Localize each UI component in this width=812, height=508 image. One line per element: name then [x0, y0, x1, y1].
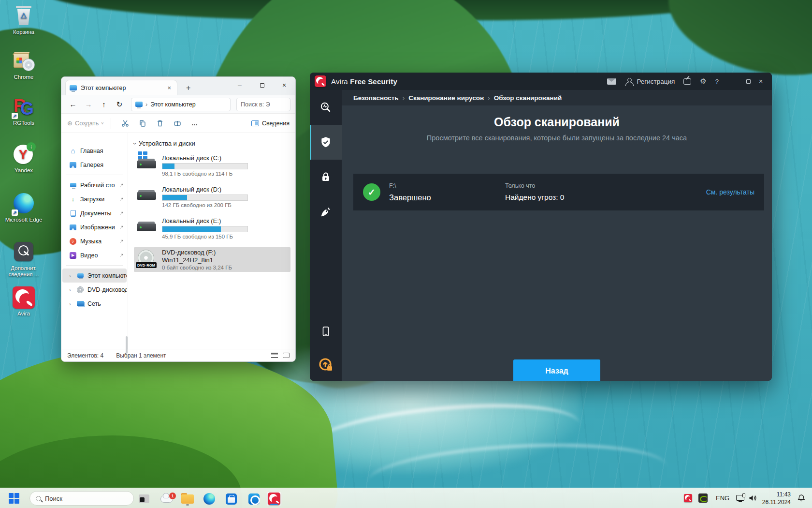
- details-pane-toggle[interactable]: Сведения: [251, 120, 290, 127]
- taskbar-item-task-view[interactable]: [136, 492, 152, 506]
- paste-button[interactable]: [153, 117, 167, 130]
- sidebar-label: Видео: [80, 252, 98, 259]
- tray-network-icon[interactable]: [736, 495, 744, 501]
- avira-content: Безопасность › Сканирование вирусов › Об…: [342, 90, 772, 381]
- icon-label: Корзина: [13, 29, 34, 35]
- sidebar-label: Сеть: [87, 300, 101, 307]
- sidebar-label: Главная: [80, 148, 103, 154]
- tray-clock[interactable]: 11:43 26.11.2024: [762, 491, 791, 506]
- copy-button[interactable]: [135, 117, 150, 130]
- sidebar-item-upgrade[interactable]: [310, 349, 342, 381]
- sidebar-scrollbar[interactable]: [126, 336, 128, 354]
- sidebar-item-home[interactable]: ⌂ Главная: [62, 144, 127, 158]
- address-bar[interactable]: › Этот компьютер: [131, 98, 231, 111]
- desktop-icon-edge[interactable]: ↗ Microsoft Edge: [3, 193, 44, 223]
- task-view-icon: [139, 494, 149, 503]
- up-button[interactable]: ↑: [97, 100, 111, 108]
- sidebar-item-dvd-drive[interactable]: › DVD-дисковод (: [62, 283, 127, 297]
- taskbar-item-store[interactable]: [223, 492, 239, 506]
- rename-button[interactable]: [170, 117, 185, 130]
- desktop-icon-avira[interactable]: Avira: [3, 286, 44, 317]
- sidebar-item-gallery[interactable]: Галерея: [62, 158, 127, 172]
- close-button[interactable]: ×: [754, 73, 767, 90]
- sidebar-item-desktop[interactable]: Рабочий сто: [62, 178, 127, 192]
- section-devices-and-drives[interactable]: › Устройства и диски: [134, 140, 290, 147]
- selected-count: Выбран 1 элемент: [116, 352, 166, 359]
- cut-button[interactable]: [118, 117, 132, 130]
- desktop-icon-recycle-bin[interactable]: △ Корзина: [3, 5, 44, 35]
- breadcrumb-virus-scan[interactable]: Сканирование вирусов: [408, 94, 484, 102]
- mail-icon[interactable]: [607, 78, 616, 85]
- refresh-button[interactable]: ↻: [113, 100, 126, 109]
- sidebar-item-documents[interactable]: Документы: [62, 206, 127, 220]
- sidebar-item-downloads[interactable]: ↓ Загрузки: [62, 192, 127, 206]
- taskbar-item-outlook[interactable]: [246, 492, 261, 506]
- pin-icon: [118, 196, 124, 202]
- drive-item-d[interactable]: Локальный диск (D:) 142 ГБ свободно из 2…: [134, 184, 290, 209]
- sidebar-item-network[interactable]: › Сеть: [62, 297, 127, 311]
- tab-close-icon[interactable]: ×: [165, 84, 173, 91]
- breadcrumb-scan-overview[interactable]: Обзор сканирований: [494, 94, 562, 102]
- wallpaper-tree-band: [44, 0, 768, 20]
- sidebar-item-videos[interactable]: ▶ Видео: [62, 248, 127, 262]
- new-button[interactable]: ⊕ Создать ˅: [67, 120, 104, 127]
- see-results-link[interactable]: См. результаты: [706, 188, 754, 196]
- taskbar-item-avira-active[interactable]: [266, 492, 282, 506]
- back-button[interactable]: Назад: [513, 359, 600, 381]
- large-view-icon[interactable]: [283, 353, 290, 358]
- monitor-icon: [135, 102, 143, 107]
- sidebar-item-music[interactable]: ♪ Музыка: [62, 234, 127, 248]
- taskbar-item-cloud[interactable]: 1: [159, 492, 174, 506]
- taskbar-search[interactable]: Поиск: [29, 491, 134, 506]
- sidebar-item-mobile[interactable]: [310, 314, 342, 349]
- sidebar-item-privacy[interactable]: [310, 160, 342, 194]
- new-tab-button[interactable]: +: [182, 84, 194, 92]
- sidebar-item-this-pc[interactable]: › Этот компьюте: [62, 269, 127, 283]
- tray-volume-icon[interactable]: [749, 494, 757, 502]
- scan-result-card: ✓ F:\ Завершено Только что Найдено угроз…: [353, 174, 764, 210]
- scissors-icon: [121, 120, 129, 127]
- search-input[interactable]: Поиск в: Э: [236, 98, 290, 111]
- tray-language-indicator[interactable]: ENG: [716, 494, 729, 502]
- list-view-icon[interactable]: [271, 353, 278, 358]
- desktop-icon-rgtools[interactable]: RG ↗ RGTools: [3, 96, 44, 126]
- drive-item-c[interactable]: Локальный диск (C:) 98,1 ГБ свободно из …: [134, 153, 290, 178]
- minimize-button[interactable]: –: [729, 73, 742, 90]
- help-icon[interactable]: ?: [715, 78, 719, 85]
- pin-icon: [118, 239, 124, 244]
- taskbar-item-file-explorer[interactable]: [180, 492, 195, 506]
- explorer-tab-this-pc[interactable]: Этот компьютер ×: [65, 80, 177, 95]
- tray-nvidia-icon[interactable]: [698, 493, 708, 503]
- sidebar-item-pictures[interactable]: Изображени: [62, 220, 127, 234]
- explorer-body: ⌂ Главная Галерея Рабочий сто ↓ Загрузки: [61, 133, 295, 349]
- feedback-icon[interactable]: [683, 78, 691, 85]
- more-options-button[interactable]: …: [188, 117, 202, 130]
- desktop-icon-chrome[interactable]: Chrome: [3, 50, 44, 80]
- sidebar-label: Изображени: [80, 224, 115, 231]
- drive-item-dvd-f-selected[interactable]: DVD-ROM DVD-дисковод (F:) Win11_24H2_8in…: [134, 247, 290, 272]
- desktop-icon-additional-info[interactable]: Дополнит. сведения ...: [3, 241, 44, 278]
- sidebar-item-security[interactable]: [310, 125, 342, 160]
- close-button[interactable]: ×: [273, 77, 295, 93]
- tray-avira-icon[interactable]: [684, 494, 692, 502]
- scan-path: F:\: [389, 182, 505, 189]
- registration-button[interactable]: Регистрация: [625, 77, 675, 86]
- sidebar-item-status[interactable]: [310, 90, 342, 125]
- sidebar-item-performance[interactable]: [310, 194, 342, 229]
- maximize-button[interactable]: [251, 77, 273, 93]
- breadcrumb-security[interactable]: Безопасность: [353, 94, 399, 102]
- yandex-icon: Y ↓: [13, 143, 35, 165]
- back-button[interactable]: ←: [66, 100, 80, 108]
- drive-item-e[interactable]: Локальный диск (E:) 45,9 ГБ свободно из …: [134, 216, 290, 241]
- taskbar: Поиск 1 ENG 11:43 26.11.2024: [0, 488, 812, 508]
- explorer-status-bar: Элементов: 4 Выбран 1 элемент: [61, 349, 295, 361]
- tray-notification-bell-icon[interactable]: [798, 494, 805, 502]
- maximize-button[interactable]: [742, 73, 754, 90]
- start-button[interactable]: [9, 493, 19, 504]
- scan-time: Только что: [505, 182, 665, 189]
- forward-button[interactable]: →: [82, 100, 95, 108]
- desktop-icon-yandex[interactable]: Y ↓ Yandex: [3, 143, 44, 174]
- taskbar-item-edge[interactable]: [202, 492, 217, 506]
- minimize-button[interactable]: –: [229, 77, 251, 93]
- settings-gear-icon[interactable]: ⚙: [700, 77, 706, 86]
